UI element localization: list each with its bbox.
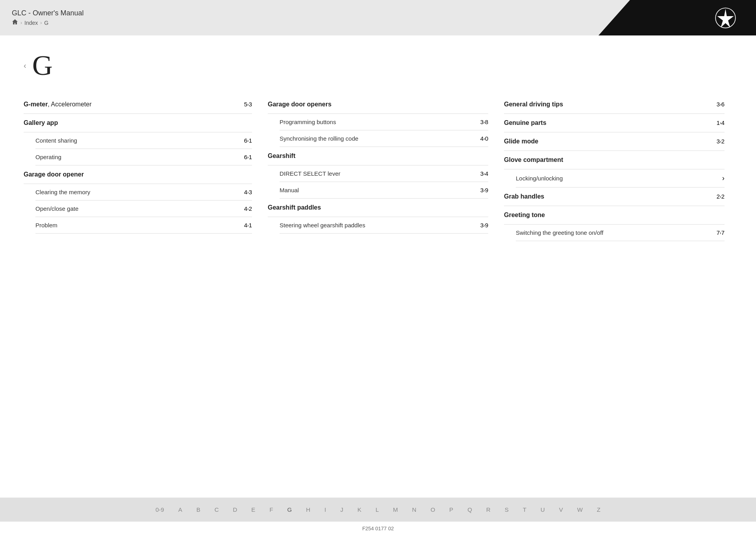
entry-glide-mode-title[interactable]: Glide mode — [504, 138, 538, 145]
entry-greeting-tone-title[interactable]: Greeting tone — [504, 212, 545, 219]
alpha-t[interactable]: T — [516, 506, 534, 513]
garage-door-openers-sub: Programming buttons 3›8 Synchronising th… — [280, 114, 488, 147]
sub-problem-title[interactable]: Problem — [35, 222, 57, 228]
home-icon[interactable] — [12, 19, 18, 26]
entry-genuine-parts: Genuine parts 1›4 — [504, 114, 724, 132]
entry-gallery-app-title[interactable]: Gallery app — [24, 119, 58, 126]
glove-compartment-sub: Locking/unlocking › — [516, 169, 724, 188]
entry-g-meter-title[interactable]: G-meter, Accelerometer — [24, 101, 92, 108]
index-col-1: G-meter, Accelerometer 5›3 Gallery app C… — [24, 95, 260, 241]
sub-open-close-gate-page: 4›2 — [244, 205, 252, 212]
alpha-k[interactable]: K — [350, 506, 369, 513]
entry-g-meter-bold: G-meter — [24, 101, 48, 108]
alpha-b[interactable]: B — [189, 506, 208, 513]
alphabet-nav: 0-9 A B C D E F G H I J K L M N O P Q R … — [0, 498, 756, 521]
entry-gearshift: Gearshift DIRECT SELECT lever 3›4 Manual… — [268, 147, 488, 199]
entry-gearshift-header: Gearshift — [268, 147, 488, 165]
sub-switching-greeting-title[interactable]: Switching the greeting tone on/off — [516, 229, 603, 236]
alpha-d[interactable]: D — [226, 506, 245, 513]
alpha-w[interactable]: W — [570, 506, 590, 513]
sub-direct-select: DIRECT SELECT lever 3›4 — [280, 165, 488, 182]
sub-steering-wheel-paddles-page: 3›9 — [480, 222, 488, 228]
breadcrumb-index[interactable]: Index — [24, 20, 38, 26]
entry-g-meter-normal: , Accelerometer — [48, 101, 91, 108]
sub-synchronising-rolling: Synchronising the rolling code 4›0 — [280, 130, 488, 147]
header: GLC - Owner's Manual › Index › G — [0, 0, 756, 35]
entry-genuine-parts-page: 1›4 — [717, 119, 724, 126]
gearshift-paddles-sub: Steering wheel gearshift paddles 3›9 — [280, 217, 488, 234]
entry-genuine-parts-title[interactable]: Genuine parts — [504, 119, 547, 126]
alpha-h[interactable]: H — [299, 506, 317, 513]
sub-steering-wheel-paddles-title[interactable]: Steering wheel gearshift paddles — [280, 222, 365, 228]
sub-programming-buttons-page: 3›8 — [480, 119, 488, 125]
sub-synchronising-rolling-title[interactable]: Synchronising the rolling code — [280, 135, 358, 142]
alpha-g[interactable]: G — [280, 506, 299, 513]
alpha-p[interactable]: P — [442, 506, 460, 513]
alpha-z[interactable]: Z — [590, 506, 608, 513]
breadcrumb-sep-1: › — [20, 20, 22, 26]
entry-g-meter: G-meter, Accelerometer 5›3 — [24, 95, 252, 114]
sub-content-sharing: Content sharing 6›1 — [35, 132, 252, 149]
entry-garage-door-opener-header: Garage door opener — [24, 165, 252, 184]
entry-garage-door-opener: Garage door opener Clearing the memory 4… — [24, 165, 252, 234]
sub-content-sharing-title[interactable]: Content sharing — [35, 137, 77, 144]
alpha-s[interactable]: S — [498, 506, 516, 513]
entry-general-driving-tips-page: 3›6 — [717, 101, 724, 108]
sub-problem-page: 4›1 — [244, 222, 252, 228]
alpha-09[interactable]: 0-9 — [148, 506, 171, 513]
gallery-app-sub: Content sharing 6›1 Operating 6›1 — [35, 132, 252, 165]
alpha-l[interactable]: L — [369, 506, 386, 513]
sub-locking-unlocking-title[interactable]: Locking/unlocking — [516, 175, 563, 182]
sub-synchronising-rolling-page: 4›0 — [480, 135, 488, 142]
entry-general-driving-tips-title[interactable]: General driving tips — [504, 101, 563, 108]
entry-grab-handles-bold: Grab handles — [504, 193, 544, 200]
breadcrumb-current: G — [44, 20, 48, 26]
sub-direct-select-title[interactable]: DIRECT SELECT lever — [280, 170, 341, 177]
entry-garage-door-openers-title[interactable]: Garage door openers — [268, 101, 332, 108]
alpha-m[interactable]: M — [386, 506, 405, 513]
letter-nav: ‹ G — [24, 51, 732, 80]
alpha-r[interactable]: R — [479, 506, 498, 513]
manual-title: GLC - Owner's Manual — [12, 9, 84, 17]
sub-clearing-memory: Clearing the memory 4›3 — [35, 184, 252, 201]
entry-glove-compartment-title[interactable]: Glove compartment — [504, 156, 563, 163]
alpha-a[interactable]: A — [171, 506, 189, 513]
sub-programming-buttons: Programming buttons 3›8 — [280, 114, 488, 130]
alpha-q[interactable]: Q — [460, 506, 479, 513]
alpha-v[interactable]: V — [552, 506, 570, 513]
entry-grab-handles-title[interactable]: Grab handles — [504, 193, 544, 200]
entry-grab-handles-page: 2›2 — [717, 193, 724, 200]
sub-switching-greeting-page: 7›7 — [717, 229, 724, 236]
sub-manual-title[interactable]: Manual — [280, 187, 299, 193]
alpha-c[interactable]: C — [208, 506, 226, 513]
sub-problem: Problem 4›1 — [35, 217, 252, 234]
alpha-e[interactable]: E — [244, 506, 262, 513]
prev-letter-button[interactable]: ‹ — [24, 61, 26, 70]
breadcrumb-sep-2: › — [40, 20, 42, 26]
logo-area — [598, 0, 756, 35]
alpha-i[interactable]: I — [317, 506, 333, 513]
sub-clearing-memory-page: 4›3 — [244, 189, 252, 195]
entry-gearshift-paddles: Gearshift paddles Steering wheel gearshi… — [268, 199, 488, 234]
sub-manual: Manual 3›9 — [280, 182, 488, 199]
sub-clearing-memory-title[interactable]: Clearing the memory — [35, 189, 90, 195]
entry-garage-door-opener-bold: Garage door opener — [24, 171, 84, 178]
greeting-tone-sub: Switching the greeting tone on/off 7›7 — [516, 225, 724, 241]
sub-programming-buttons-title[interactable]: Programming buttons — [280, 119, 336, 125]
svg-marker-1 — [717, 9, 734, 27]
entry-gearshift-paddles-title[interactable]: Gearshift paddles — [268, 204, 321, 211]
alpha-n[interactable]: N — [405, 506, 424, 513]
sub-operating-title[interactable]: Operating — [35, 154, 61, 160]
alpha-f[interactable]: F — [262, 506, 280, 513]
alpha-j[interactable]: J — [333, 506, 350, 513]
entry-garage-door-opener-title[interactable]: Garage door opener — [24, 171, 84, 178]
entry-garage-door-openers: Garage door openers Programming buttons … — [268, 95, 488, 147]
page-arrow: › — [247, 102, 249, 107]
sub-open-close-gate-title[interactable]: Open/close gate — [35, 205, 78, 212]
sub-manual-page: 3›9 — [480, 187, 488, 193]
entry-greeting-tone: Greeting tone Switching the greeting ton… — [504, 206, 724, 241]
alpha-o[interactable]: O — [423, 506, 442, 513]
entry-glove-compartment-header: Glove compartment — [504, 151, 724, 169]
alpha-u[interactable]: U — [534, 506, 552, 513]
entry-gearshift-title[interactable]: Gearshift — [268, 152, 295, 160]
